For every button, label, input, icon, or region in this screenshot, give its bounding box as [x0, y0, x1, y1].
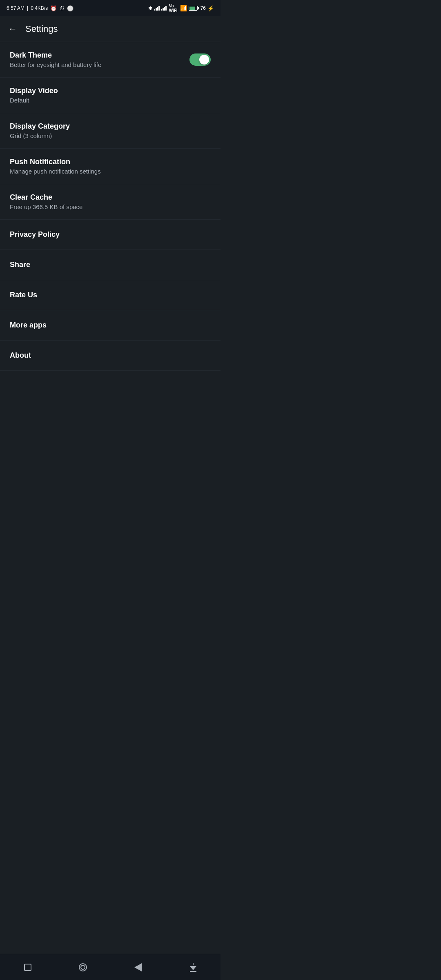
- settings-content: Dark Theme Better for eyesight and batte…: [0, 42, 220, 397]
- signal-bars-1: [154, 6, 160, 11]
- wifi-icon: 📶: [180, 5, 187, 11]
- signal-bars-2: [161, 6, 167, 11]
- clear-cache-subtitle: Free up 366.5 KB of space: [10, 203, 211, 210]
- bar4: [158, 6, 160, 11]
- push-notification-title: Push Notification: [10, 158, 211, 166]
- data-speed: 0.4KB/s: [31, 5, 48, 11]
- bar3: [164, 7, 165, 11]
- about-title: About: [10, 351, 211, 360]
- back-button[interactable]: ←: [8, 24, 17, 34]
- display-video-title: Display Video: [10, 87, 211, 95]
- more-apps-title: More apps: [10, 321, 211, 330]
- battery-percent: 76: [200, 5, 206, 11]
- rate-us-title: Rate Us: [10, 291, 211, 299]
- share-title: Share: [10, 261, 211, 269]
- about-item[interactable]: About: [0, 341, 220, 371]
- dark-theme-item[interactable]: Dark Theme Better for eyesight and batte…: [0, 42, 220, 78]
- dark-theme-title: Dark Theme: [10, 51, 189, 60]
- bar1: [154, 9, 156, 11]
- vowifi-icon: VoWiFi: [169, 4, 178, 13]
- push-notification-subtitle: Manage push notification settings: [10, 168, 211, 175]
- bar2: [156, 8, 157, 11]
- bluetooth-icon: ✱: [148, 5, 153, 11]
- page-title: Settings: [25, 24, 58, 34]
- clear-cache-item[interactable]: Clear Cache Free up 366.5 KB of space: [0, 184, 220, 220]
- share-item[interactable]: Share: [0, 250, 220, 280]
- status-bar-right: ✱ VoWiFi 📶 76 ⚡: [148, 4, 214, 13]
- display-video-content: Display Video Default: [10, 87, 211, 104]
- clock-icon: ⏱: [59, 5, 65, 11]
- push-notification-item[interactable]: Push Notification Manage push notificati…: [0, 149, 220, 184]
- more-apps-item[interactable]: More apps: [0, 310, 220, 341]
- battery-body: [189, 6, 198, 11]
- push-notification-content: Push Notification Manage push notificati…: [10, 158, 211, 175]
- clear-cache-content: Clear Cache Free up 366.5 KB of space: [10, 193, 211, 210]
- dark-theme-subtitle: Better for eyesight and battery life: [10, 61, 189, 68]
- clear-cache-title: Clear Cache: [10, 193, 211, 202]
- bar1: [161, 9, 163, 11]
- dark-theme-toggle[interactable]: [189, 53, 211, 66]
- separator: |: [27, 5, 28, 11]
- bar2: [163, 8, 164, 11]
- privacy-policy-title: Privacy Policy: [10, 230, 211, 239]
- alarm-icon: ⏰: [50, 5, 57, 11]
- display-category-subtitle: Grid (3 column): [10, 132, 211, 139]
- status-bar-left: 6:57 AM | 0.4KB/s ⏰ ⏱ ⚪: [7, 5, 74, 11]
- bar4: [165, 6, 167, 11]
- status-bar: 6:57 AM | 0.4KB/s ⏰ ⏱ ⚪ ✱ VoWiFi 📶 76: [0, 0, 220, 16]
- display-video-subtitle: Default: [10, 97, 211, 104]
- display-video-item[interactable]: Display Video Default: [0, 78, 220, 113]
- battery-indicator: [189, 6, 199, 11]
- bar3: [157, 7, 158, 11]
- privacy-policy-item[interactable]: Privacy Policy: [0, 220, 220, 250]
- charging-icon: ⚡: [207, 5, 214, 11]
- display-category-title: Display Category: [10, 122, 211, 131]
- time-display: 6:57 AM: [7, 5, 24, 11]
- toggle-knob: [199, 55, 209, 65]
- display-category-content: Display Category Grid (3 column): [10, 122, 211, 139]
- app-header: ← Settings: [0, 16, 220, 42]
- settings-list: Dark Theme Better for eyesight and batte…: [0, 42, 220, 371]
- battery-fill: [189, 7, 195, 10]
- display-category-item[interactable]: Display Category Grid (3 column): [0, 113, 220, 149]
- other-icon: ⚪: [67, 5, 74, 11]
- dark-theme-content: Dark Theme Better for eyesight and batte…: [10, 51, 189, 68]
- rate-us-item[interactable]: Rate Us: [0, 280, 220, 310]
- battery-tip: [198, 7, 199, 9]
